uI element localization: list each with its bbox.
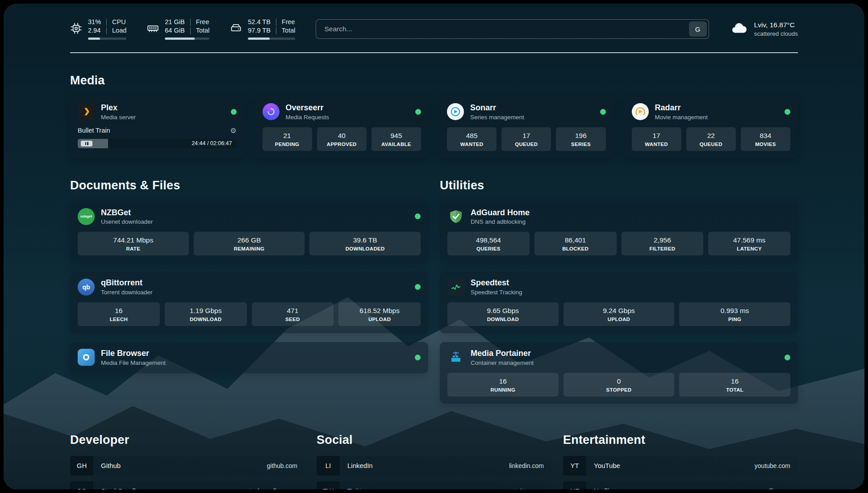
media-cards-row: Plex Media server Bullet Train ⚙ 2 — [70, 96, 798, 158]
service-card-adguard[interactable]: AdGuard Home DNS and adblocking 498,564 … — [440, 201, 798, 263]
bookmark-github[interactable]: GH Github github.com — [70, 456, 305, 476]
cpu-progress-fill — [88, 38, 100, 40]
service-subtitle: Torrent downloader — [101, 289, 153, 296]
service-card-filebrowser[interactable]: File Browser Media File Management — [70, 342, 428, 373]
overseerr-titles: Overseerr Media Requests — [286, 103, 330, 121]
adguard-titles: AdGuard Home DNS and adblocking — [471, 208, 530, 226]
stat-available: 945 AVAILABLE — [371, 127, 421, 151]
service-card-portainer[interactable]: Media Portainer Container management 16 … — [440, 342, 798, 404]
speedtest-icon — [447, 279, 464, 296]
qbittorrent-titles: qBittorrent Torrent downloader — [101, 278, 153, 296]
pause-icon[interactable] — [81, 141, 92, 146]
section-title-documents: Documents & Files — [70, 179, 428, 192]
service-name: Plex — [101, 103, 136, 113]
service-card-plex[interactable]: Plex Media server Bullet Train ⚙ 2 — [70, 96, 244, 158]
status-dot-online — [600, 109, 606, 115]
service-card-speedtest[interactable]: Speedtest Speedtest Tracking 9.65 Gbps D… — [440, 272, 798, 333]
bookmark-abbr: YT — [563, 456, 586, 476]
bookmark-groups: Developer GH Github github.com SO StackO… — [70, 413, 798, 489]
service-name: qBittorrent — [101, 278, 153, 288]
bookmark-twitter[interactable]: TW Twitter twitter.com — [317, 481, 551, 489]
bookmark-url: stackoverflow.com — [246, 488, 305, 489]
plex-icon — [78, 103, 95, 120]
stat-leech: 16 LEECH — [78, 302, 160, 326]
section-title-social: Social — [317, 433, 551, 447]
bookmark-url: twitter.com — [514, 488, 551, 489]
service-subtitle: Media Requests — [286, 114, 330, 121]
disk-readout: 52.4 TB Free 97.9 TB Total — [248, 19, 295, 40]
qbittorrent-icon: qb — [78, 279, 95, 296]
adguard-stats: 498,564 QUERIES 86,401 BLOCKED 2,956 FIL… — [447, 225, 790, 255]
bookmark-linkedin[interactable]: LI LinkedIn linkedin.com — [317, 456, 551, 476]
bookmark-youtube[interactable]: YT YouTube youtube.com — [563, 456, 798, 476]
stat-download: 1.19 Gbps DOWNLOAD — [165, 302, 247, 326]
service-subtitle: Media File Management — [101, 359, 166, 366]
overseerr-stats: 21 PENDING 40 APPROVED 945 AVAILABLE — [263, 121, 421, 151]
status-dot-online — [415, 284, 421, 290]
service-card-radarr[interactable]: Radarr Movie management 17 WANTED 22 QUE… — [624, 96, 798, 158]
service-subtitle: Series management — [470, 114, 524, 121]
section-title-utilities: Utilities — [440, 179, 798, 192]
memory-readout: 21 GiB Free 64 GiB Total — [165, 19, 209, 40]
topbar-divider — [70, 52, 798, 53]
stat-blocked: 86,401 BLOCKED — [534, 232, 617, 255]
nzbget-titles: NZBGet Usenet downloader — [101, 208, 153, 226]
stat-latency: 47.569 ms LATENCY — [708, 232, 790, 255]
bookmark-name: LinkedIn — [340, 462, 373, 469]
memory-progress-track — [165, 38, 209, 40]
stat-downloaded: 39.6 TB DOWNLOADED — [309, 232, 421, 255]
service-name: Media Portainer — [471, 349, 534, 358]
bookmark-abbr: NF — [563, 481, 586, 489]
dashboard-frame: 31% CPU 2.94 Load — [4, 4, 864, 489]
bookmark-abbr: GH — [70, 456, 93, 476]
stat-wanted: 485 WANTED — [447, 127, 497, 151]
search-input[interactable] — [316, 19, 709, 39]
service-subtitle: Speedtest Tracking — [471, 289, 522, 296]
service-card-overseerr[interactable]: Overseerr Media Requests 21 PENDING 40 A… — [255, 96, 429, 158]
service-card-sonarr[interactable]: Sonarr Series management 485 WANTED 17 Q… — [439, 96, 613, 158]
stat-wanted: 17 WANTED — [632, 127, 681, 151]
cpu-progress-track — [88, 38, 126, 40]
service-subtitle: Movie management — [655, 114, 708, 121]
service-card-nzbget[interactable]: nzbget NZBGet Usenet downloader 744.21 M… — [70, 201, 428, 263]
sonarr-stats: 485 WANTED 17 QUEUED 196 SERIES — [447, 121, 606, 151]
playback-time: 24:44 / 02:06:47 — [192, 140, 232, 146]
gear-icon[interactable]: ⚙ — [230, 126, 236, 135]
disk-icon — [230, 22, 242, 36]
cpu-usage-label: CPU — [106, 19, 126, 26]
weather-widget[interactable]: Lviv, 16.87°C scattered clouds — [730, 20, 798, 38]
bookmark-group-entertainment: Entertainment YT YouTube youtube.com NF … — [563, 413, 798, 489]
bookmark-url: netflix.com — [760, 488, 798, 489]
cpu-icon — [70, 22, 82, 36]
bookmark-abbr: TW — [317, 481, 340, 489]
stat-remaining: 266 GB REMAINING — [194, 232, 305, 255]
resource-widgets: 31% CPU 2.94 Load — [70, 19, 295, 40]
stat-pending: 21 PENDING — [263, 127, 312, 151]
service-subtitle: Container management — [471, 359, 534, 366]
status-dot-online — [415, 355, 421, 360]
stat-series: 196 SERIES — [556, 127, 605, 151]
sonarr-icon — [447, 103, 464, 120]
bookmark-netflix[interactable]: NF Netflix netflix.com — [563, 481, 798, 489]
utilities-column: Utilities AdGuard Home DNS and — [440, 158, 798, 413]
bookmark-name: YouTube — [586, 462, 620, 469]
stat-queries: 498,564 QUERIES — [447, 232, 530, 255]
stat-queued: 22 QUEUED — [686, 127, 736, 151]
bookmark-stackoverflow[interactable]: SO StackOverflow stackoverflow.com — [70, 481, 305, 489]
service-subtitle: Media server — [101, 114, 136, 121]
radarr-titles: Radarr Movie management — [655, 103, 708, 121]
disk-free-value: 52.4 TB — [248, 19, 276, 26]
stat-running: 16 RUNNING — [447, 373, 559, 397]
portainer-titles: Media Portainer Container management — [471, 349, 534, 366]
section-title-developer: Developer — [70, 433, 305, 447]
service-name: Speedtest — [471, 278, 522, 288]
status-dot-online — [785, 109, 790, 115]
weather-location: Lviv, 16.87°C — [754, 21, 798, 29]
stat-approved: 40 APPROVED — [317, 127, 367, 151]
cpu-readout: 31% CPU 2.94 Load — [88, 19, 126, 40]
playback-progress-track: 24:44 / 02:06:47 — [78, 139, 237, 148]
search-engine-button[interactable]: G — [689, 21, 707, 37]
service-subtitle: DNS and adblocking — [471, 218, 530, 225]
service-name: Overseerr — [286, 103, 330, 113]
service-card-qbittorrent[interactable]: qb qBittorrent Torrent downloader 16 LEE… — [70, 272, 428, 333]
